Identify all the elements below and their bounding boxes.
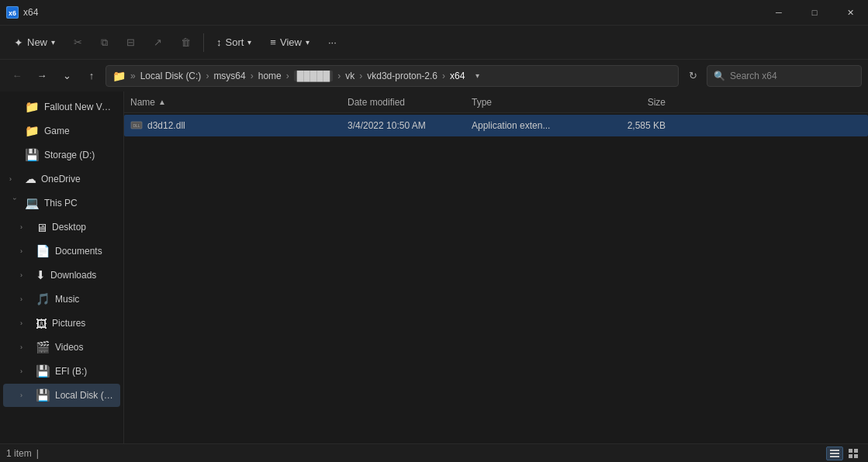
sidebar-item-downloads[interactable]: ›⬇Downloads <box>3 264 120 287</box>
file-cell-size: 2,585 KB <box>588 120 666 131</box>
sidebar-label-onedrive: OneDrive <box>41 174 81 184</box>
sidebar-item-fallout-new-vegas[interactable]: 📁Fallout New Ve... <box>3 95 120 119</box>
list-view-button[interactable] <box>826 446 843 460</box>
recent-button[interactable]: ⌄ <box>56 65 78 87</box>
app-icon: x6 <box>6 6 19 19</box>
sidebar-label-desktop: Desktop <box>52 222 86 233</box>
delete-button[interactable]: 🗑 <box>173 33 199 52</box>
col-name-header[interactable]: Name ▲ <box>130 97 348 108</box>
file-list: DLLd3d12.dll3/4/2022 10:50 AMApplication… <box>124 113 868 443</box>
expand-arrow-efi-b: › <box>20 367 31 375</box>
sidebar-item-music[interactable]: ›🎵Music <box>3 288 120 311</box>
sidebar-item-game[interactable]: 📁Game <box>3 119 120 143</box>
toolbar: ✦ New ▾ ✂ ⧉ ⊟ ↗ 🗑 ↕ Sort ▾ ≡ View ▾ ··· <box>0 25 868 59</box>
status-separator: | <box>36 448 39 459</box>
path-segment-5[interactable]: vk <box>345 71 354 81</box>
copy-button[interactable]: ⧉ <box>93 33 116 53</box>
sort-button[interactable]: ↕ Sort ▾ <box>209 33 259 52</box>
sidebar-item-efi-b[interactable]: ›💾EFI (B:) <box>3 360 120 383</box>
sidebar-icon-this-pc: 💻 <box>25 196 40 210</box>
sidebar-item-storage-d[interactable]: 💾Storage (D:) <box>3 143 120 167</box>
path-segment-2[interactable]: msys64 <box>213 71 245 81</box>
sort-dropdown-arrow: ▾ <box>247 38 251 47</box>
sidebar-icon-fallout-new-vegas: 📁 <box>25 100 40 114</box>
sidebar-label-videos: Videos <box>55 342 83 353</box>
sidebar-label-game: Game <box>44 126 70 136</box>
path-folder-icon: 📁 <box>112 70 126 82</box>
expand-arrow-videos: › <box>20 343 31 351</box>
svg-rect-9 <box>849 454 852 458</box>
expand-arrow-desktop: › <box>20 223 31 231</box>
sidebar-item-pictures[interactable]: ›🖼Pictures <box>3 312 120 335</box>
address-bar: ← → ⌄ ↑ 📁 » Local Disk (C:) › msys64 › h… <box>0 59 868 91</box>
path-segment-6[interactable]: vkd3d-proton-2.6 <box>367 71 437 81</box>
sidebar-item-local-disk-c[interactable]: ›💾Local Disk (C:) <box>3 384 120 407</box>
up-button[interactable]: ↑ <box>81 65 102 87</box>
path-segment-3[interactable]: home <box>258 71 282 81</box>
sort-arrow-icon: ▲ <box>158 98 166 106</box>
new-icon: ✦ <box>14 36 23 49</box>
file-type-icon: DLL <box>130 119 143 133</box>
maximize-button[interactable]: □ <box>797 0 832 25</box>
col-date-header[interactable]: Date modified <box>348 97 472 108</box>
sidebar-icon-game: 📁 <box>25 124 40 138</box>
toolbar-separator <box>203 33 204 52</box>
svg-text:x6: x6 <box>9 9 16 17</box>
paste-button[interactable]: ⊟ <box>119 33 143 52</box>
share-icon: ↗ <box>154 36 162 48</box>
sidebar-icon-music: 🎵 <box>36 292 50 306</box>
new-dropdown-arrow: ▾ <box>51 38 55 47</box>
sort-icon: ↕ <box>216 36 222 48</box>
col-type-header[interactable]: Type <box>472 97 588 108</box>
cut-button[interactable]: ✂ <box>66 33 90 52</box>
file-cell-name: DLLd3d12.dll <box>130 119 348 133</box>
minimize-button[interactable]: ─ <box>761 0 797 25</box>
status-bar: 1 item | <box>0 443 868 462</box>
svg-rect-7 <box>849 449 852 453</box>
expand-arrow-onedrive: › <box>9 175 20 183</box>
new-button[interactable]: ✦ New ▾ <box>6 33 63 53</box>
expand-arrow-local-disk-c: › <box>20 391 31 399</box>
share-button[interactable]: ↗ <box>146 33 170 52</box>
sidebar-item-desktop[interactable]: ›🖥Desktop <box>3 215 120 239</box>
expand-arrow-pictures: › <box>20 319 31 327</box>
view-buttons <box>826 446 862 460</box>
expand-arrow-this-pc: › <box>11 198 19 209</box>
file-cell-date: 3/4/2022 10:50 AM <box>348 120 472 131</box>
more-icon: ··· <box>328 36 337 48</box>
close-button[interactable]: ✕ <box>832 0 868 25</box>
sidebar-item-videos[interactable]: ›🎬Videos <box>3 336 120 359</box>
sidebar-label-music: Music <box>55 294 79 305</box>
sidebar-icon-downloads: ⬇ <box>36 268 46 282</box>
more-button[interactable]: ··· <box>320 33 344 52</box>
refresh-button[interactable]: ↻ <box>682 65 704 87</box>
title-bar-left: x6 x64 <box>6 6 38 19</box>
sidebar-item-onedrive[interactable]: ›☁OneDrive <box>3 167 120 191</box>
sidebar-icon-documents: 📄 <box>36 244 50 258</box>
path-segment-4[interactable]: █████ <box>294 71 334 81</box>
view-button[interactable]: ≡ View ▾ <box>262 33 317 52</box>
back-button[interactable]: ← <box>6 65 28 87</box>
sidebar-label-this-pc: This PC <box>44 198 78 209</box>
address-path[interactable]: 📁 » Local Disk (C:) › msys64 › home › ██… <box>105 65 679 87</box>
view-icon: ≡ <box>270 36 276 48</box>
grid-view-button[interactable] <box>845 446 862 460</box>
forward-button[interactable]: → <box>31 65 53 87</box>
expand-arrow-downloads: › <box>20 271 31 279</box>
col-size-header[interactable]: Size <box>588 97 666 108</box>
table-row[interactable]: DLLd3d12.dll3/4/2022 10:50 AMApplication… <box>124 115 868 136</box>
sidebar-label-storage-d: Storage (D:) <box>44 150 95 160</box>
sidebar-icon-local-disk-c: 💾 <box>36 388 50 402</box>
file-area: Name ▲ Date modified Type Size DLLd3d12.… <box>124 91 868 443</box>
path-dropdown-arrow[interactable]: ▾ <box>468 65 486 87</box>
search-icon: 🔍 <box>714 71 725 81</box>
path-segment-7[interactable]: x64 <box>450 71 465 81</box>
sidebar-icon-desktop: 🖥 <box>36 221 47 234</box>
search-box[interactable]: 🔍 Search x64 <box>707 65 862 87</box>
sidebar-icon-videos: 🎬 <box>36 340 50 354</box>
path-segment-1[interactable]: Local Disk (C:) <box>140 71 202 81</box>
delete-icon: 🗑 <box>181 36 191 48</box>
sidebar-item-this-pc[interactable]: ›💻This PC <box>3 191 120 215</box>
sidebar-label-pictures: Pictures <box>52 318 85 329</box>
sidebar-item-documents[interactable]: ›📄Documents <box>3 240 120 263</box>
